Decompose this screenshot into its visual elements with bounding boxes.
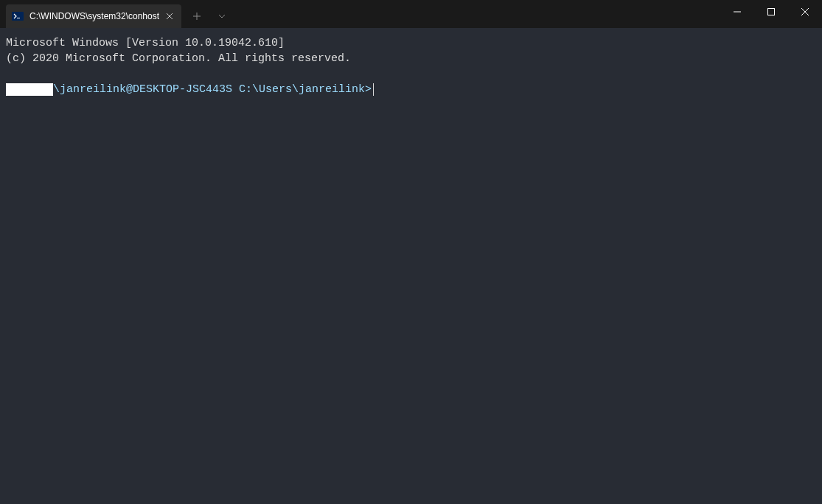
new-tab-button[interactable] <box>184 4 209 28</box>
window-controls <box>720 0 822 24</box>
terminal-output-line: (c) 2020 Microsoft Corporation. All righ… <box>6 51 816 66</box>
terminal-prompt-line: \janreilink@DESKTOP-JSC443S C:\Users\jan… <box>6 82 816 97</box>
titlebar: C:\WINDOWS\system32\conhost <box>0 0 822 28</box>
terminal-output-line: Microsoft Windows [Version 10.0.19042.61… <box>6 35 816 51</box>
svg-rect-7 <box>768 9 775 15</box>
maximize-button[interactable] <box>754 0 788 24</box>
tab-dropdown-button[interactable] <box>209 4 234 28</box>
cursor <box>373 83 374 96</box>
prompt-text: \janreilink@DESKTOP-JSC443S C:\Users\jan… <box>53 82 372 97</box>
tab-close-button[interactable] <box>164 10 175 22</box>
terminal-area[interactable]: Microsoft Windows [Version 10.0.19042.61… <box>0 28 822 504</box>
svg-rect-0 <box>12 12 24 21</box>
close-button[interactable] <box>788 0 822 24</box>
tab-title: C:\WINDOWS\system32\conhost <box>29 11 159 21</box>
powershell-icon <box>12 10 24 22</box>
terminal-tab[interactable]: C:\WINDOWS\system32\conhost <box>6 4 181 28</box>
redacted-block <box>6 83 53 96</box>
minimize-button[interactable] <box>720 0 754 24</box>
tab-actions <box>184 4 234 28</box>
